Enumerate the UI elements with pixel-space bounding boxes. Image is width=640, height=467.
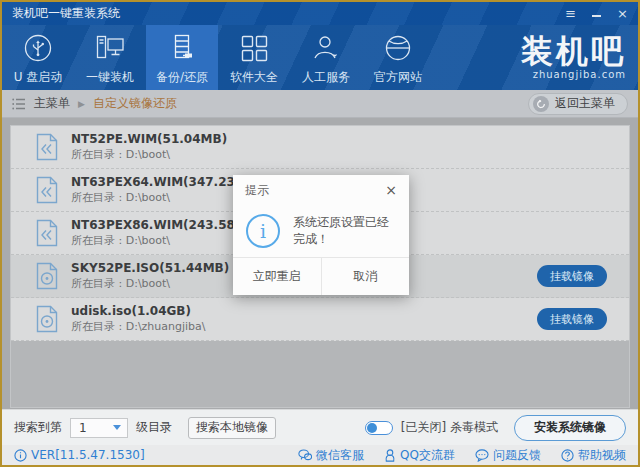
return-main-menu-button[interactable]: 返回主菜单	[528, 93, 628, 115]
close-icon[interactable]: ×	[617, 7, 628, 20]
dialog-body: i 系统还原设置已经完成！	[233, 205, 409, 257]
brand-domain: zhuangjiba.com	[533, 69, 626, 80]
help-videos-link[interactable]: 帮助视频	[561, 447, 626, 464]
breadcrumb-main-menu[interactable]: 主菜单	[34, 95, 70, 112]
dialog-footer: 立即重启 取消	[233, 257, 409, 295]
iso-file-icon	[35, 305, 59, 333]
computer-icon	[94, 32, 126, 64]
version-text: VER[11.5.47.1530]	[31, 448, 145, 462]
qq-icon	[384, 449, 396, 462]
info-circle-icon	[14, 449, 27, 462]
mount-image-button[interactable]: 挂载镜像	[537, 308, 607, 330]
person-icon	[310, 32, 342, 64]
wechat-support-link[interactable]: 微信客服	[298, 447, 364, 464]
info-icon: i	[246, 214, 280, 248]
image-path: 所在目录 : D:\zhuangjiba\	[71, 321, 206, 333]
feedback-link[interactable]: 问题反馈	[475, 447, 541, 464]
antivirus-mode-label: [已关闭] 杀毒模式	[401, 419, 498, 436]
minimize-icon[interactable]	[592, 7, 601, 20]
search-depth-suffix-label: 级目录	[136, 419, 172, 436]
image-name: NT52PE.WIM(51.04MB)	[71, 133, 227, 146]
cancel-button[interactable]: 取消	[322, 258, 410, 295]
image-path: 所在目录 : D:\boot\	[71, 278, 229, 290]
globe-icon	[382, 32, 414, 64]
nav-item-software[interactable]: 软件大全	[218, 25, 290, 90]
search-depth-prefix-label: 搜索到第	[14, 419, 62, 436]
usb-icon	[22, 32, 54, 64]
nav-item-one-key-install[interactable]: 一键装机	[74, 25, 146, 90]
nav-label: 一键装机	[86, 69, 134, 86]
iso-file-icon	[35, 262, 59, 290]
image-path: 所在目录 : D:\boot\	[71, 149, 227, 161]
return-main-menu-label: 返回主菜单	[555, 95, 615, 112]
dialog-header: 提示 ×	[233, 175, 409, 205]
search-bar: 搜索到第 1 级目录 搜索本地镜像 [已关闭] 杀毒模式 安装系统镜像	[2, 409, 638, 445]
prompt-dialog: 提示 × i 系统还原设置已经完成！ 立即重启 取消	[233, 175, 409, 295]
menu-icon[interactable]: ≡	[565, 7, 576, 20]
wim-file-icon	[35, 133, 59, 161]
mount-image-button[interactable]: 挂载镜像	[537, 265, 607, 287]
wim-file-icon	[35, 219, 59, 247]
backup-restore-icon	[166, 32, 198, 64]
wechat-icon	[298, 449, 312, 461]
brand-logo: 装机吧 zhuangjiba.com	[521, 25, 638, 90]
nav-label: U 盘启动	[14, 69, 63, 86]
chevron-down-icon	[113, 425, 121, 430]
footer-bar: VER[11.5.47.1530] 微信客服 QQ交流群	[2, 445, 638, 465]
breadcrumb: 主菜单 ▶ 自定义镜像还原 返回主菜单	[2, 90, 638, 118]
image-row-udisk[interactable]: udisk.iso(1.04GB) 所在目录 : D:\zhuangjiba\ …	[11, 298, 629, 341]
nav-label: 人工服务	[302, 69, 350, 86]
title-bar: 装机吧一键重装系统 ≡ ×	[2, 2, 638, 25]
brand-logo-text: 装机吧	[521, 35, 626, 69]
version-info: VER[11.5.47.1530]	[14, 448, 145, 462]
window-title: 装机吧一键重装系统	[12, 5, 120, 22]
help-question-icon	[561, 449, 574, 462]
nav-item-support[interactable]: 人工服务	[290, 25, 362, 90]
image-row-nt52pe[interactable]: NT52PE.WIM(51.04MB) 所在目录 : D:\boot\	[11, 126, 629, 169]
breadcrumb-current-page: 自定义镜像还原	[93, 95, 177, 112]
main-nav: U 盘启动 一键装机 备份/	[2, 25, 638, 90]
breadcrumb-arrow-icon: ▶	[78, 99, 85, 109]
toggle-knob	[367, 423, 377, 433]
depth-select[interactable]: 1	[70, 418, 128, 438]
qq-group-link[interactable]: QQ交流群	[384, 447, 455, 464]
apps-grid-icon	[238, 32, 270, 64]
nav-item-usb-boot[interactable]: U 盘启动	[2, 25, 74, 90]
antivirus-toggle[interactable]	[365, 421, 393, 435]
feedback-bubble-icon	[475, 449, 489, 462]
dialog-close-icon[interactable]: ×	[385, 183, 397, 197]
search-local-images-button[interactable]: 搜索本地镜像	[188, 417, 276, 439]
nav-label: 官方网站	[374, 69, 422, 86]
list-icon	[12, 98, 26, 110]
nav-label: 备份/还原	[156, 69, 208, 86]
dialog-message: 系统还原设置已经完成！	[293, 214, 396, 248]
nav-item-backup-restore[interactable]: 备份/还原	[146, 25, 218, 90]
dialog-title: 提示	[245, 182, 269, 199]
wim-file-icon	[35, 176, 59, 204]
image-name: SKY52PE.ISO(51.44MB)	[71, 262, 229, 275]
restart-now-button[interactable]: 立即重启	[233, 258, 322, 295]
nav-item-website[interactable]: 官方网站	[362, 25, 434, 90]
image-name: udisk.iso(1.04GB)	[71, 305, 206, 318]
nav-label: 软件大全	[230, 69, 278, 86]
install-system-image-button[interactable]: 安装系统镜像	[514, 415, 626, 441]
app-window: 装机吧一键重装系统 ≡ × U 盘启动	[0, 0, 640, 467]
back-arrow-icon	[533, 96, 549, 112]
depth-select-value: 1	[79, 421, 87, 435]
